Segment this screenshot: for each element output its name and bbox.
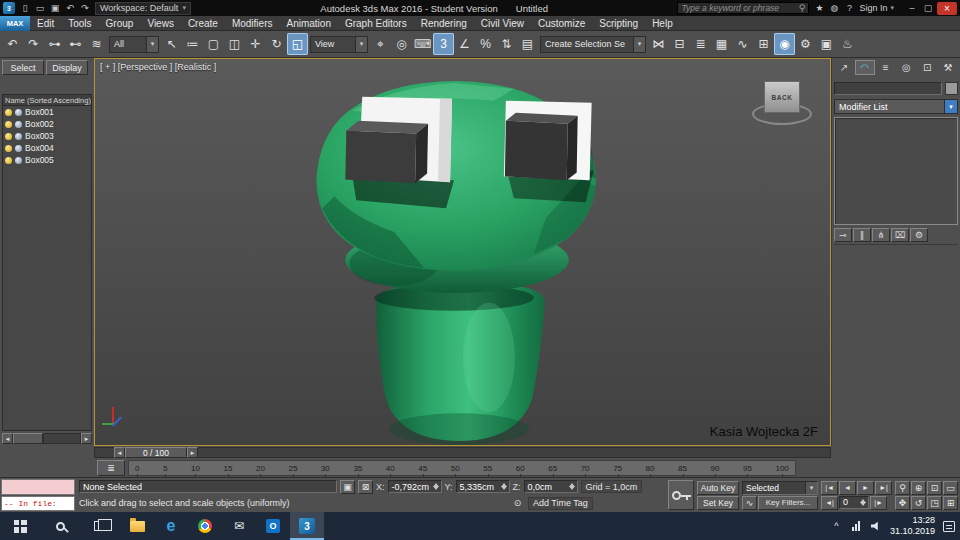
select-and-link-icon[interactable]: ⊶ xyxy=(44,33,65,55)
scene-object-row[interactable]: Box005 xyxy=(3,154,91,166)
viewcube-face[interactable]: BACK xyxy=(764,81,800,113)
object-name-field[interactable] xyxy=(834,82,942,95)
render-setup-icon[interactable]: ⚙ xyxy=(795,33,816,55)
task-view-button[interactable] xyxy=(80,512,120,540)
visibility-bulb-icon[interactable] xyxy=(5,133,12,140)
mirror-icon[interactable]: ⋈ xyxy=(648,33,669,55)
action-center-button[interactable] xyxy=(942,512,955,540)
snaps-toggle-icon[interactable]: 3 xyxy=(433,33,454,55)
add-time-tag-button[interactable]: Add Time Tag xyxy=(528,497,593,510)
time-slider-handle[interactable]: ◄ 0 / 100 ► xyxy=(114,447,198,458)
visibility-bulb-icon[interactable] xyxy=(5,121,12,128)
time-slider-value[interactable]: 0 / 100 xyxy=(125,447,187,458)
favorites-star-icon[interactable]: ★ xyxy=(812,2,826,15)
x-coordinate-field[interactable]: -0,792cm xyxy=(388,480,442,493)
timeline-ruler[interactable]: 0510152025303540455055606570758085909510… xyxy=(128,460,796,476)
current-frame-field[interactable]: 0 xyxy=(839,496,869,509)
set-key-mode-button[interactable] xyxy=(668,480,694,510)
y-coordinate-field[interactable]: 5,335cm xyxy=(456,480,510,493)
modifier-list-dropdown[interactable]: Modifier List ▾ xyxy=(834,99,958,114)
motion-tab-icon[interactable]: ◎ xyxy=(896,60,916,75)
show-end-result-icon[interactable]: ∥ xyxy=(853,228,871,242)
display-tab-icon[interactable]: ⊡ xyxy=(917,60,937,75)
select-object-icon[interactable]: ↖ xyxy=(161,33,182,55)
go-to-start-button[interactable]: |◄ xyxy=(821,481,838,495)
app-logo-icon[interactable]: 3 xyxy=(3,2,15,14)
isolate-selection-button[interactable]: ▣ xyxy=(340,480,355,494)
undo-icon[interactable]: ↶ xyxy=(2,33,23,55)
mail-button[interactable]: ✉ xyxy=(222,512,256,540)
angle-snap-icon[interactable]: ∠ xyxy=(454,33,475,55)
remove-modifier-icon[interactable]: ⌧ xyxy=(891,228,909,242)
select-and-manipulate-icon[interactable]: ◎ xyxy=(391,33,412,55)
maximize-viewport-toggle-icon[interactable]: ⊞ xyxy=(943,496,958,510)
minimize-button[interactable]: – xyxy=(905,2,919,15)
network-tray-button[interactable] xyxy=(850,512,863,540)
align-icon[interactable]: ⊟ xyxy=(669,33,690,55)
viewport-label[interactable]: [ + ] [Perspective ] [Realistic ] xyxy=(100,62,216,72)
scroll-right-icon[interactable]: ► xyxy=(81,433,92,444)
select-and-rotate-icon[interactable]: ↻ xyxy=(266,33,287,55)
key-filters-button[interactable]: Key Filters... xyxy=(758,496,818,510)
scene-object-row[interactable]: Box004 xyxy=(3,142,91,154)
use-pivot-point-icon[interactable]: ⌖ xyxy=(370,33,391,55)
z-coordinate-field[interactable]: 0,0cm xyxy=(524,480,578,493)
selection-set-dropdown[interactable]: Create Selection Se ▾ xyxy=(540,36,646,53)
maxscript-macro-line[interactable] xyxy=(1,479,75,495)
previous-frame-button[interactable]: ◄ xyxy=(839,481,856,495)
zoom-icon[interactable]: ⚲ xyxy=(895,481,910,495)
menu-item[interactable]: Help xyxy=(645,16,680,31)
selection-filter-dropdown[interactable]: All ▾ xyxy=(109,36,159,53)
volume-tray-button[interactable] xyxy=(870,512,883,540)
explorer-tab[interactable]: Display xyxy=(46,60,88,75)
utilities-tab-icon[interactable]: ⚒ xyxy=(938,60,958,75)
material-editor-icon[interactable]: ◉ xyxy=(774,33,795,55)
default-tangents-button[interactable]: ∿ xyxy=(742,496,757,510)
render-production-icon[interactable]: ♨ xyxy=(837,33,858,55)
next-key-button[interactable]: |► xyxy=(870,496,887,510)
3dsmax-taskbar-button[interactable]: 3 xyxy=(290,512,324,540)
communication-center-icon[interactable]: ◍ xyxy=(827,2,841,15)
configure-modifier-sets-icon[interactable]: ⚙ xyxy=(910,228,928,242)
go-to-end-button[interactable]: ►| xyxy=(875,481,892,495)
auto-key-button[interactable]: Auto Key xyxy=(697,481,739,495)
next-frame-arrow-icon[interactable]: ► xyxy=(187,447,198,458)
pin-stack-icon[interactable]: ⊸ xyxy=(834,228,852,242)
curve-editor-icon[interactable]: ∿ xyxy=(732,33,753,55)
open-mini-curve-editor-button[interactable]: ≣ xyxy=(97,460,125,476)
scene-object-row[interactable]: Box002 xyxy=(3,118,91,130)
scroll-left-icon[interactable]: ◄ xyxy=(2,433,13,444)
select-and-scale-icon[interactable]: ◱ xyxy=(287,33,308,55)
menu-item[interactable]: Scripting xyxy=(592,16,645,31)
scene-object-row[interactable]: Box001 xyxy=(3,106,91,118)
menu-item[interactable]: Civil View xyxy=(474,16,531,31)
search-icon[interactable]: ⚲ xyxy=(799,3,806,13)
view-cube[interactable]: BACK xyxy=(750,75,814,131)
maximize-button[interactable]: ▢ xyxy=(921,2,935,15)
help-icon[interactable]: ? xyxy=(842,2,856,15)
select-by-name-icon[interactable]: ≔ xyxy=(182,33,203,55)
hierarchy-tab-icon[interactable]: ≡ xyxy=(876,60,896,75)
menu-item[interactable]: Views xyxy=(140,16,181,31)
select-and-move-icon[interactable]: ✛ xyxy=(245,33,266,55)
taskbar-clock[interactable]: 13:28 31.10.2019 xyxy=(890,515,935,538)
menu-item[interactable]: Animation xyxy=(279,16,337,31)
play-animation-button[interactable]: ► xyxy=(857,481,874,495)
make-unique-icon[interactable]: ⋔ xyxy=(872,228,890,242)
redo-icon[interactable]: ↷ xyxy=(78,2,92,15)
zoom-all-icon[interactable]: ⊕ xyxy=(911,481,926,495)
time-tag-icon[interactable]: ⊙ xyxy=(510,496,525,510)
menu-item[interactable]: Group xyxy=(99,16,141,31)
pan-icon[interactable]: ✥ xyxy=(895,496,910,510)
outlook-button[interactable]: O xyxy=(256,512,290,540)
menu-item[interactable]: Rendering xyxy=(414,16,474,31)
rendered-frame-window-icon[interactable]: ▣ xyxy=(816,33,837,55)
hidden-icons-chevron[interactable]: ^ xyxy=(830,512,843,540)
search-box[interactable]: ⚲ xyxy=(677,2,809,14)
unlink-selection-icon[interactable]: ⊷ xyxy=(65,33,86,55)
edge-button[interactable]: e xyxy=(154,512,188,540)
menu-item[interactable]: Customize xyxy=(531,16,592,31)
key-mode-dropdown[interactable]: Selected ▾ xyxy=(742,481,818,495)
graphite-ribbon-icon[interactable]: ▦ xyxy=(711,33,732,55)
window-crossing-toggle-icon[interactable]: ◫ xyxy=(224,33,245,55)
